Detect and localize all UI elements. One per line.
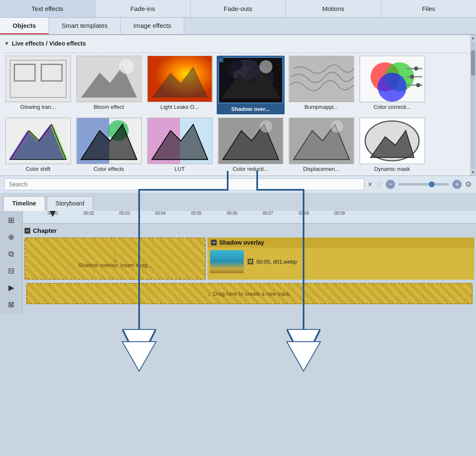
effect-thumb-colorshift [5,118,71,164]
effect-lut[interactable]: LUT [146,118,213,172]
effects-scrollbar[interactable]: ▲ ▼ [470,35,476,175]
effect-thumb-bloom [76,56,142,102]
effect-label-colorreduction: Color reducti... [233,166,269,172]
timeline-tabs: Timeline Storyboard [0,193,476,211]
effect-dynamic-mask[interactable]: Dynamic mask [358,118,426,172]
svg-point-27 [416,83,420,87]
timeline-section: Timeline Storyboard ⊞ ⊕ ⧉ ⊟ ▶ ⊠ [0,193,476,314]
timeline-content: 00:01 00:02 00:03 00:04 00:05 00:06 00:0… [23,211,476,314]
thumbnail-image [210,250,244,273]
effect-bloom[interactable]: Bloom effect [75,56,143,114]
effect-color-reduction[interactable]: Color reducti... [217,118,284,172]
top-tab-bar: Text effects Fade-ins Fade-outs Motions … [0,0,476,18]
effect-color-shift[interactable]: Color shift [4,118,72,172]
effect-thumb-lightleaks [147,56,212,102]
zoom-thumb[interactable] [429,181,435,187]
scroll-up-arrow[interactable]: ▲ [470,35,476,41]
grid-icon[interactable]: ⊞ [4,213,19,228]
effect-displacement[interactable]: Displacemen... [288,118,355,172]
search-input[interactable] [4,178,364,190]
timeline-ruler: 00:01 00:02 00:03 00:04 00:05 00:06 00:0… [23,211,476,224]
ruler-mark-0005: 00:05 [191,211,202,216]
chapter-title: Chapter [33,227,57,234]
scrollbar-track[interactable] [471,42,475,169]
zoom-in-button[interactable]: + [452,180,462,189]
effect-thumb-colorreduction [218,118,283,164]
drop-arrow-icon: ↓ [111,247,119,266]
effect-label-displacement: Displacemen... [303,166,339,172]
settings-icon[interactable]: ⚙ [465,180,472,189]
effects-row-2: Color shift Color effects [4,118,468,172]
collapse-arrow-icon[interactable]: ▼ [4,40,9,46]
svg-point-46 [260,120,272,132]
effect-label-coloreffects: Color effects [94,166,124,172]
svg-point-25 [410,75,414,79]
scroll-down-arrow[interactable]: ▼ [470,170,476,175]
effect-label-dynamicmask: Dynamic mask [374,166,410,172]
ruler-mark-0009: 00:09 [334,211,345,216]
effect-label-glowing: Glowing tran... [20,104,56,110]
drag-new-track-label: Drag here to create a new track. [213,291,291,297]
tracks-container: − Chapter ↓ Shadow overlay: Insert imag.… [23,224,476,308]
svg-marker-57 [122,342,156,371]
chapter-collapse-button[interactable]: − [24,228,30,234]
effect-label-colorcorrection: Color correcti... [374,104,411,110]
track-row: ↓ Shadow overlay: Insert imag... − Shado… [24,237,474,280]
track-thumbnail [210,250,244,273]
media-icon: 🖼 [247,258,254,266]
track-info: 🖼 00:05, d01.webp [247,258,297,266]
tab-timeline[interactable]: Timeline [3,196,45,211]
tab-motions[interactable]: Motions [286,0,381,17]
drop-arrow-small: ↓ [207,291,210,297]
layers-icon[interactable]: ⊟ [4,263,19,278]
svg-point-23 [414,67,418,71]
effect-label-bumpmapping: Bumpmappi... [304,104,338,110]
effects-panel: ▼ Live effects / Video effects [0,35,476,175]
shadow-track-collapse[interactable]: − [211,240,217,246]
split-icon[interactable]: ⊠ [4,297,19,312]
svg-marker-58 [287,342,320,371]
effect-shadow-overlay[interactable]: − [217,56,284,114]
effect-color-effects[interactable]: Color effects [75,118,143,172]
app-container: Text effects Fade-ins Fade-outs Motions … [0,0,476,456]
effect-thumb-bumpmapping [289,56,354,102]
effects-grid: Glowing tran... Bloom effect [4,56,468,172]
tab-storyboard[interactable]: Storyboard [47,196,93,211]
effect-thumb-glowing [5,56,71,102]
effect-bump-mapping[interactable]: Bumpmappi... [288,56,355,114]
tab-fade-ins[interactable]: Fade-ins [95,0,191,17]
drag-new-track[interactable]: ↓ Drag here to create a new track. [26,283,473,304]
effect-light-leaks[interactable]: Light Leaks O... [146,56,213,114]
shadow-track-header: − Shadow overlay [207,237,474,248]
clip-info: 00:05, d01.webp [256,259,297,265]
scrollbar-thumb[interactable] [471,50,475,76]
svg-point-6 [119,59,134,74]
search-clear-button[interactable]: × [368,181,372,188]
timeline-area: ⊞ ⊕ ⧉ ⊟ ▶ ⊠ 00:01 00:02 [0,211,476,314]
effects-row-1: Glowing tran... Bloom effect [4,56,468,114]
search-bar: × ☆ − + ⚙ [0,175,476,193]
effect-glowing-transition[interactable]: Glowing tran... [4,56,72,114]
zoom-out-button[interactable]: − [386,180,395,189]
tab-fade-outs[interactable]: Fade-outs [191,0,286,17]
effect-color-correction[interactable]: Color correcti... [358,56,426,114]
effect-label-lut: LUT [175,166,185,172]
tab-objects[interactable]: Objects [0,18,49,34]
tab-smart-templates[interactable]: Smart templates [49,18,121,34]
zoom-slider[interactable] [398,183,449,186]
tab-files[interactable]: Files [381,0,476,17]
main-track[interactable]: ↓ Shadow overlay: Insert imag... [24,237,206,280]
tab-text-effects[interactable]: Text effects [0,0,95,17]
shadow-overlay-track[interactable]: − Shadow overlay 🖼 00:05, d01.webp [207,237,474,280]
play-icon[interactable]: ▶ [4,280,19,295]
section-title: Live effects / Video effects [12,40,86,47]
duplicate-icon[interactable]: ⧉ [4,246,19,262]
search-favorites-icon[interactable]: ☆ [376,180,382,189]
svg-rect-0 [6,56,70,102]
svg-point-13 [259,60,272,73]
add-track-icon[interactable]: ⊕ [4,229,19,245]
svg-point-21 [377,73,406,102]
tab-image-effects[interactable]: Image effects [121,18,184,34]
ruler-mark-0006: 00:06 [227,211,237,216]
svg-rect-17 [289,56,353,102]
